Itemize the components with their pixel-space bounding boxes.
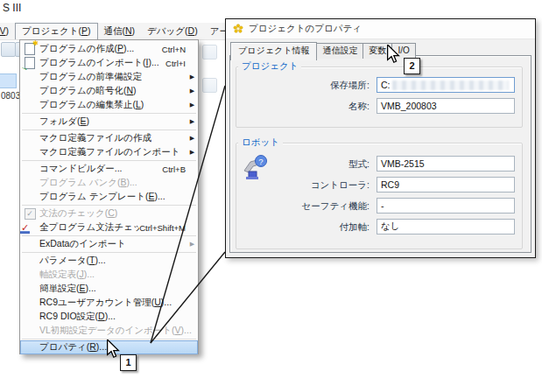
- menu-item-import-macro-file[interactable]: マクロ定義ファイルのインポート ▶: [20, 145, 198, 159]
- menu-item-rc9-user-account[interactable]: RC9ユーザアカウント管理(U)...: [20, 296, 198, 310]
- group-robot-caption: ロボット: [238, 136, 283, 149]
- redacted-path: [392, 80, 510, 90]
- step-2-badge: 2: [404, 58, 420, 74]
- submenu-arrow-icon: ▶: [187, 118, 198, 125]
- extra-axis-label: 付加軸:: [236, 219, 370, 234]
- menubar-item-view[interactable]: (V): [0, 23, 15, 39]
- menu-separator: [22, 160, 196, 161]
- controller-field[interactable]: RC9: [377, 177, 515, 192]
- menu-item-program-template[interactable]: プログラム テンプレート(E)...: [20, 190, 198, 204]
- menubar-item-project[interactable]: プロジェクト(P): [15, 23, 98, 39]
- all-grammar-check-icon: ✓: [20, 223, 39, 233]
- dialog-tabs: プロジェクト情報 通信設定 変数 I/O: [230, 40, 415, 59]
- toolbar-icon[interactable]: [1, 42, 16, 57]
- menubar: (V) プロジェクト(P) 通信(N) デバッグ(D) アーム(A) ツー: [0, 23, 225, 40]
- menu-item-folder[interactable]: フォルダ(E) ▶: [20, 115, 198, 129]
- safety-function-label: セーフティ機能:: [236, 198, 370, 214]
- menu-item-all-grammar-check[interactable]: ✓ 全プログラム文法チェック(M) Ctrl+Shift+M: [20, 220, 198, 234]
- save-location-label: 保存場所:: [236, 77, 370, 93]
- menu-separator: [22, 130, 196, 130]
- menubar-item-debug[interactable]: デバッグ(D): [141, 23, 204, 39]
- tree-text-fragment: 0803: [1, 91, 20, 101]
- shortcut-label: Ctrl+Shift+M: [139, 223, 198, 233]
- properties-icon: [233, 24, 243, 34]
- model-field[interactable]: VMB-2515: [377, 156, 515, 172]
- menu-separator: [22, 205, 196, 206]
- tab-variables[interactable]: 変数: [363, 43, 392, 59]
- submenu-arrow-icon: ▶: [187, 241, 198, 248]
- menu-item-exdata-import[interactable]: ExDataのインポート ▶: [20, 237, 198, 251]
- dialog-title: プロジェクトのプロパティ: [249, 23, 362, 35]
- import-program-icon: →: [20, 57, 39, 69]
- tab-project-info[interactable]: プロジェクト情報: [230, 42, 317, 60]
- toolbar-icon[interactable]: [202, 45, 217, 60]
- grammar-check-icon: ✓: [20, 208, 39, 220]
- model-label: 型式:: [236, 156, 370, 172]
- project-name-field[interactable]: VMB_200803: [377, 98, 515, 114]
- tab-io[interactable]: I/O: [391, 43, 415, 59]
- menu-item-import-program[interactable]: → プログラムのインポート(I)... Ctrl+I: [20, 56, 198, 70]
- menubar-item-arm[interactable]: アーム(A): [204, 23, 225, 39]
- submenu-arrow-icon: ▶: [187, 149, 198, 156]
- menu-item-encrypt-program[interactable]: プログラムの暗号化(N) ▶: [20, 84, 198, 98]
- toolbar-icon[interactable]: [202, 78, 217, 93]
- shortcut-label: Ctrl+I: [165, 59, 198, 68]
- tree-selected-item-fragment[interactable]: [0, 74, 17, 88]
- submenu-arrow-icon: ▶: [187, 74, 198, 80]
- menu-item-parameter[interactable]: パラメータ(T)...: [20, 254, 198, 268]
- menubar-item-communication[interactable]: 通信(N): [98, 23, 142, 39]
- tab-communication[interactable]: 通信設定: [316, 43, 363, 59]
- menu-separator: [22, 252, 196, 253]
- menu-item-rc9-dio-settings[interactable]: RC9 DIO設定(D)...: [20, 310, 198, 324]
- menu-item-easy-settings[interactable]: 簡単設定(E)...: [20, 282, 198, 296]
- window-title-fragment: S III: [3, 2, 21, 14]
- menu-item-create-program[interactable]: ✱ プログラムの作成(P)... Ctrl+N: [20, 42, 198, 56]
- group-project: プロジェクト 保存場所: C: 名称: VMB_200803: [236, 66, 523, 128]
- menu-item-command-builder[interactable]: コマンドビルダー... Ctrl+B: [20, 162, 198, 176]
- new-program-icon: ✱: [20, 43, 39, 55]
- project-name-label: 名称:: [236, 98, 370, 114]
- step-1-badge: 1: [120, 354, 137, 371]
- menu-item-vl-initial-import[interactable]: VL初期設定データのインポート(V)...: [20, 324, 198, 338]
- save-location-field[interactable]: C:: [377, 77, 515, 93]
- tab-page: プロジェクト 保存場所: C: 名称: VMB_200803 ロボット: [229, 55, 531, 253]
- group-project-caption: プロジェクト: [238, 60, 301, 73]
- group-robot: ロボット ? 型式: VMB-2515 コントローラ: RC9: [236, 143, 523, 249]
- properties-dialog: プロジェクトのプロパティ プロジェクト情報 通信設定 変数 I/O プロジェクト…: [225, 18, 536, 258]
- menu-item-program-bank[interactable]: プログラム バンク(B)...: [20, 176, 198, 190]
- controller-label: コントローラ:: [236, 177, 370, 192]
- submenu-arrow-icon: ▶: [187, 88, 198, 94]
- menu-separator: [22, 235, 196, 236]
- safety-function-field[interactable]: -: [377, 198, 515, 214]
- submenu-arrow-icon: ▶: [187, 102, 198, 108]
- menu-item-preprocess-settings[interactable]: プログラムの前準備設定 ▶: [20, 70, 198, 84]
- project-menu: ✱ プログラムの作成(P)... Ctrl+N → プログラムのインポート(I)…: [19, 39, 199, 354]
- shortcut-label: Ctrl+B: [162, 164, 198, 174]
- menu-item-properties[interactable]: プロパティ(R)...: [20, 340, 198, 354]
- shortcut-label: Ctrl+N: [162, 45, 198, 54]
- menu-item-create-macro-file[interactable]: マクロ定義ファイルの作成 ▶: [20, 131, 198, 145]
- dialog-titlebar[interactable]: プロジェクトのプロパティ: [226, 19, 535, 39]
- menu-item-grammar-check[interactable]: ✓ 文法のチェック(C): [20, 206, 198, 220]
- menu-item-axis-table[interactable]: 軸設定表(J)...: [20, 268, 198, 282]
- extra-axis-field[interactable]: なし: [377, 219, 515, 234]
- menu-separator: [22, 339, 196, 340]
- submenu-arrow-icon: ▶: [187, 135, 198, 142]
- menu-item-edit-lock[interactable]: プログラムの編集禁止(L) ▶: [20, 98, 198, 112]
- menu-separator: [22, 113, 196, 114]
